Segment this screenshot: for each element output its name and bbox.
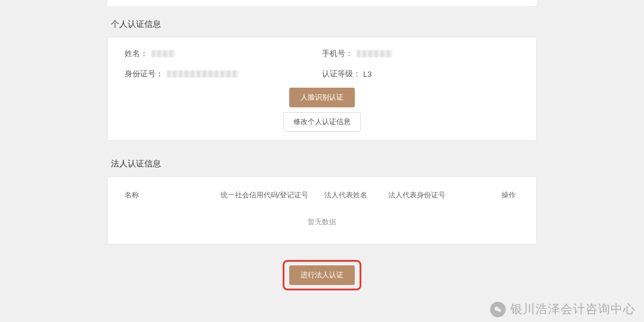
legal-auth-button[interactable]: 进行法人认证 [289,265,355,285]
legal-table-empty-row: 暂无数据 [122,208,522,242]
watermark-text: 银川浩泽会计咨询中心 [510,301,636,317]
legal-table-empty-text: 暂无数据 [122,208,522,242]
legal-auth-card: 名称 统一社会信用代码/登记证号 法人代表姓名 法人代表身份证号 操作 暂无数据 [107,177,537,244]
face-auth-button[interactable]: 人脸识别认证 [289,88,355,107]
col-rep-id: 法人代表身份证号 [386,185,473,208]
personal-name-value-redacted [151,50,175,57]
preceding-card-edge [107,0,537,6]
legal-auth-highlight: 进行法人认证 [283,260,361,290]
legal-auth-title: 法人认证信息 [111,159,537,169]
personal-auth-title: 个人认证信息 [111,19,537,30]
personal-level-label: 认证等级： [322,69,361,79]
personal-name-row: 姓名： [125,48,322,59]
personal-id-value-redacted [167,70,239,78]
watermark: 银川浩泽会计咨询中心 [490,301,636,317]
personal-phone-label: 手机号： [322,48,353,59]
personal-id-label: 身份证号： [125,69,163,79]
col-rep-name: 法人代表姓名 [322,185,386,208]
wechat-icon [490,302,506,317]
personal-level-value: L3 [363,70,371,79]
col-credit-code: 统一社会信用代码/登记证号 [218,185,322,208]
personal-level-row: 认证等级： L3 [322,69,519,79]
legal-table-header: 名称 统一社会信用代码/登记证号 法人代表姓名 法人代表身份证号 操作 [122,185,522,208]
personal-phone-value-redacted [357,50,392,57]
personal-name-label: 姓名： [125,48,148,59]
personal-auth-card: 姓名： 手机号： 身份证号： 认证等级： L3 人脸识别认证 修改个人认证信息 [107,37,537,141]
legal-auth-table: 名称 统一社会信用代码/登记证号 法人代表姓名 法人代表身份证号 操作 暂无数据 [122,185,522,242]
col-name: 名称 [122,185,218,208]
col-operation: 操作 [474,185,522,208]
personal-id-row: 身份证号： [125,69,322,79]
modify-personal-auth-button[interactable]: 修改个人认证信息 [283,112,361,132]
svg-point-0 [495,306,499,311]
svg-point-1 [498,308,501,311]
personal-phone-row: 手机号： [322,48,519,59]
